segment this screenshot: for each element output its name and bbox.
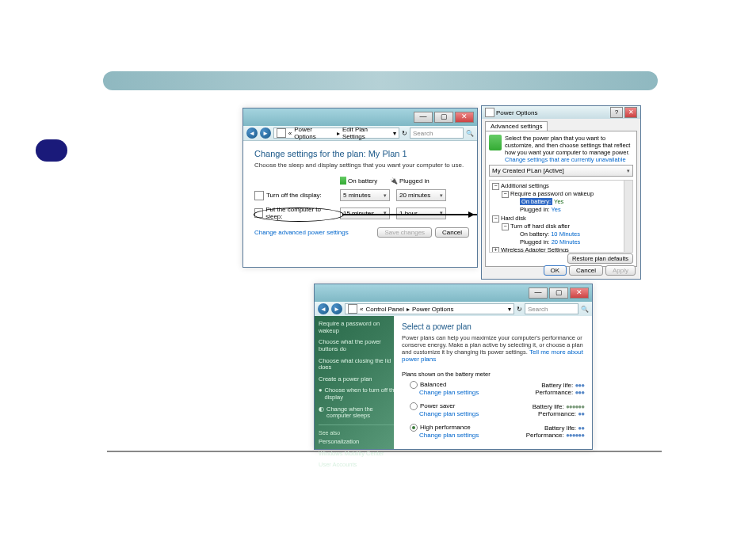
cancel-button[interactable]: Cancel	[435, 227, 469, 238]
maximize-button[interactable]: ▢	[549, 287, 568, 299]
sleep-icon	[254, 208, 263, 218]
advanced-settings-link[interactable]: Change advanced power settings	[254, 229, 349, 236]
nav-bar: ◄ ► « Power Options ▸ Edit Plan Settings…	[243, 126, 477, 141]
plan-saver: Power saverBattery life: ●●●●●● Change p…	[410, 402, 584, 417]
sleep-plugged-select[interactable]: 1 hour▾	[396, 207, 446, 219]
expand-icon[interactable]: +	[492, 247, 499, 253]
minimize-button[interactable]: —	[414, 112, 433, 123]
back-button[interactable]: ◄	[246, 128, 258, 139]
battery-icon	[340, 177, 346, 185]
power-icon	[277, 128, 286, 138]
display-plugged-select[interactable]: 20 minutes▾	[396, 189, 446, 201]
display-battery-select[interactable]: 5 minutes▾	[340, 189, 390, 201]
bullet-icon: ●	[319, 387, 323, 401]
change-plan-link[interactable]: Change plan settings	[419, 410, 479, 417]
forward-button[interactable]: ►	[331, 303, 342, 314]
power-icon	[485, 108, 494, 117]
plug-icon: 🔌	[390, 177, 398, 185]
title-bar[interactable]: — ▢ ✕	[243, 109, 477, 126]
help-button[interactable]: ?	[610, 107, 623, 118]
sidebar-item[interactable]: Choose what the power buttons do	[319, 339, 398, 352]
radio-button[interactable]	[410, 424, 418, 432]
plan-select[interactable]: My Created PLan [Active]▾	[489, 165, 633, 177]
section-header: Plans shown on the battery meter	[402, 371, 584, 378]
sidebar-item[interactable]: Create a power plan	[319, 376, 398, 383]
edit-plan-window: — ▢ ✕ ◄ ► « Power Options ▸ Edit Plan Se…	[242, 108, 478, 268]
battery-icon	[489, 135, 502, 150]
separator	[319, 424, 398, 425]
maximize-button[interactable]: ▢	[434, 112, 453, 123]
close-button[interactable]: ✕	[455, 112, 474, 123]
advanced-settings-dialog: Power Options ?✕ Advanced settings Selec…	[481, 105, 641, 280]
main-content: Select a power plan Power plans can help…	[394, 316, 592, 449]
search-icon[interactable]: 🔍	[581, 306, 589, 313]
change-plan-link[interactable]: Change plan settings	[419, 432, 479, 439]
sidebar-item[interactable]: Personalization	[319, 439, 398, 446]
dialog-buttons: OK Cancel Apply	[544, 265, 636, 276]
address-bar[interactable]: « Control Panel ▸ Power Options ▾	[345, 303, 514, 314]
page-subtitle: Choose the sleep and display settings th…	[254, 162, 466, 169]
sidebar-item[interactable]: ◐Change when the computer sleeps	[319, 406, 398, 420]
sidebar-item[interactable]: Windows Mobility Center	[319, 451, 398, 458]
nav-bar: ◄ ► « Control Panel ▸ Power Options ▾ ↻ …	[315, 302, 592, 317]
crumb[interactable]: Power Options	[412, 306, 453, 313]
sidebar: Require a password on wakeup Choose what…	[315, 316, 402, 449]
search-input[interactable]: Search	[525, 303, 578, 314]
cancel-button[interactable]: Cancel	[569, 265, 603, 276]
sidebar-item[interactable]: User Accounts	[319, 462, 398, 469]
tab-advanced[interactable]: Advanced settings	[485, 121, 548, 131]
apply-button[interactable]: Apply	[605, 265, 636, 276]
sidebar-item[interactable]: Choose what closing the lid does	[319, 358, 398, 371]
radio-button[interactable]	[410, 381, 418, 389]
save-button[interactable]: Save changes	[377, 227, 432, 238]
selected-item[interactable]: On battery:	[520, 198, 552, 205]
sidebar-item[interactable]: Require a password on wakeup	[319, 321, 398, 334]
forward-button[interactable]: ►	[260, 128, 271, 139]
settings-tree[interactable]: −Additional settings −Require a password…	[489, 180, 633, 253]
bullet-icon: ◐	[319, 406, 324, 420]
dialog-titlebar[interactable]: Power Options ?✕	[482, 106, 640, 119]
refresh-icon[interactable]: ↻	[402, 130, 407, 137]
content-area: Change settings for the plan: My Plan 1 …	[243, 141, 477, 244]
address-bar[interactable]: « Power Options ▸ Edit Plan Settings ▾	[273, 128, 399, 139]
chevron-down-icon[interactable]: ▾	[508, 306, 511, 313]
see-also-header: See also	[319, 430, 398, 436]
description-row: Select the power plan that you want to c…	[489, 135, 633, 163]
change-plan-link[interactable]: Change plan settings	[419, 389, 479, 396]
dialog-title: Power Options	[496, 109, 537, 116]
header-banner	[103, 71, 658, 90]
collapse-icon[interactable]: −	[502, 223, 509, 230]
sleep-row: Put the computer to sleep: 15 minutes▾ 1…	[254, 206, 466, 220]
search-input[interactable]: Search	[410, 128, 464, 139]
description-text: Select the power plan that you want to c…	[505, 135, 633, 156]
page-title: Select a power plan	[402, 322, 584, 331]
collapse-icon[interactable]: −	[502, 191, 509, 198]
crumb[interactable]: Power Options	[294, 126, 334, 140]
search-icon[interactable]: 🔍	[466, 130, 474, 137]
ok-button[interactable]: OK	[544, 265, 567, 276]
tab-pane: Select the power plan that you want to c…	[485, 131, 637, 267]
sleep-battery-select[interactable]: 15 minutes▾	[340, 207, 390, 219]
minimize-button[interactable]: —	[529, 287, 548, 299]
sidebar-item[interactable]: ●Choose when to turn off the display	[319, 387, 398, 401]
title-bar[interactable]: — ▢ ✕	[315, 284, 592, 302]
note-pill	[36, 139, 67, 162]
button-row: Save changes Cancel	[377, 227, 469, 238]
page-description: Power plans can help you maximize your c…	[402, 334, 584, 363]
close-button[interactable]: ✕	[570, 287, 589, 299]
power-icon	[348, 304, 357, 314]
refresh-icon[interactable]: ↻	[517, 306, 522, 313]
collapse-icon[interactable]: −	[492, 215, 499, 223]
crumb[interactable]: Edit Plan Settings	[342, 126, 391, 140]
chevron-down-icon[interactable]: ▾	[393, 130, 396, 137]
plan-high: High performanceBattery life: ●● Change …	[410, 424, 584, 439]
monitor-icon	[254, 191, 264, 200]
change-unavailable-link[interactable]: Change settings that are currently unava…	[505, 156, 626, 163]
restore-defaults-button[interactable]: Restore plan defaults	[567, 253, 633, 264]
crumb[interactable]: Control Panel	[365, 306, 403, 313]
close-button[interactable]: ✕	[624, 107, 637, 118]
collapse-icon[interactable]: −	[492, 183, 499, 190]
back-button[interactable]: ◄	[318, 303, 329, 314]
radio-button[interactable]	[410, 402, 418, 410]
page-title: Change settings for the plan: My Plan 1	[254, 149, 466, 158]
